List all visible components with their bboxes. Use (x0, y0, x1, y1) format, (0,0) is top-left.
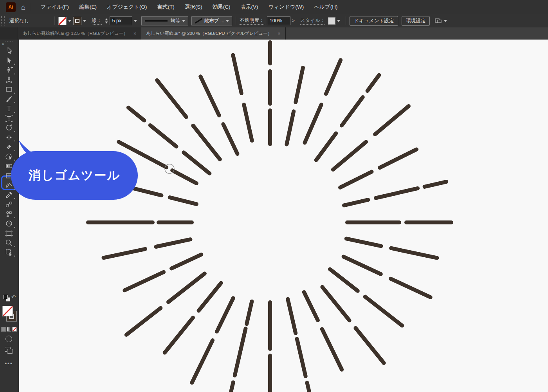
document-canvas[interactable] (19, 40, 548, 392)
dash-segment (247, 302, 252, 324)
tab-title: あしらい罫線解説.ai @ 12.5 %（RGB/プレビュー） (23, 31, 128, 36)
fill-swatch-none[interactable] (58, 17, 67, 25)
selection-status: 選択なし (9, 18, 29, 24)
touch-type-tool[interactable] (0, 114, 18, 123)
style-swatch[interactable] (328, 17, 335, 25)
sub-tools-indicator (14, 226, 15, 228)
gradient-button[interactable] (7, 327, 11, 332)
control-bar-grip[interactable] (1, 16, 5, 25)
dash-segment (322, 329, 342, 369)
dash-segment (316, 134, 336, 160)
dash-segment (288, 299, 296, 333)
chevron-down-icon[interactable] (68, 20, 71, 22)
menu-divider (31, 3, 31, 11)
drawing-mode-button[interactable] (5, 336, 12, 342)
sub-tools-indicator (14, 111, 15, 113)
zoom-icon (5, 238, 13, 247)
menu-effect[interactable]: 効果(C) (207, 0, 236, 14)
selection-tool[interactable] (0, 46, 18, 56)
toolbar: » ↶ ••• (0, 40, 19, 392)
rotate-tool[interactable] (0, 123, 18, 133)
tab-close-icon[interactable]: × (278, 31, 281, 36)
width-profile-select[interactable]: 均等 (141, 16, 188, 25)
tab-close-icon[interactable]: × (133, 31, 137, 36)
starburst (19, 40, 548, 392)
opacity-label[interactable]: 不透明度： (240, 17, 264, 25)
default-stroke-mini-icon (4, 295, 8, 299)
menu-view[interactable]: 表示(V) (235, 0, 263, 14)
stroke-swatch[interactable] (73, 17, 81, 25)
style-label[interactable]: スタイル： (300, 17, 325, 25)
expand-toolbar-icon[interactable]: » (2, 42, 18, 46)
menu-file[interactable]: ファイル(F) (35, 0, 74, 14)
opacity-field[interactable]: 100% (267, 16, 290, 25)
menu-object[interactable]: オブジェクト(O) (102, 0, 152, 14)
preferences-button[interactable]: 環境設定 (402, 16, 430, 26)
menu-select[interactable]: 選択(S) (180, 0, 207, 14)
menu-window[interactable]: ウィンドウ(W) (263, 0, 309, 14)
edit-toolbar-button[interactable]: ••• (0, 360, 18, 367)
stroke-weight-label[interactable]: 線： (92, 17, 102, 25)
chevron-down-icon[interactable] (134, 20, 137, 22)
color-button[interactable] (1, 327, 6, 332)
pen-tool[interactable] (0, 65, 18, 75)
tab-doc-1[interactable]: あしらい罫線解説.ai @ 12.5 %（RGB/プレビュー）× (18, 27, 141, 40)
slice-tool[interactable] (0, 248, 18, 258)
dash-segment (104, 249, 146, 258)
menu-edit[interactable]: 編集(E) (74, 0, 102, 14)
direct-selection-tool[interactable] (0, 56, 18, 66)
dash-segment (192, 340, 213, 383)
curvature-icon (5, 76, 13, 84)
brush-stroke-icon (195, 18, 203, 23)
eyedropper-icon (5, 191, 13, 199)
illustrator-window: Ai ⌂ ファイル(F)編集(E)オブジェクト(O)書式(T)選択(S)効果(C… (0, 0, 548, 392)
document-setup-button[interactable]: ドキュメント設定 (350, 16, 398, 26)
divider (54, 16, 55, 25)
symbol-sprayer-tool[interactable] (0, 210, 18, 219)
opacity-expand-icon[interactable]: > (292, 18, 295, 23)
chevron-down-icon (182, 20, 185, 22)
paintbrush-tool[interactable] (0, 94, 18, 104)
tab-doc-2[interactable]: あしらい罫線.ai* @ 200 %（RGB/CPU ピクセルプレビュー）× (141, 27, 285, 40)
menu-type[interactable]: 書式(T) (152, 0, 179, 14)
stroke-stepper[interactable] (105, 18, 108, 23)
screen-mode-button[interactable] (5, 347, 13, 354)
stroke-ring-icon (75, 19, 79, 23)
default-fill-stroke[interactable]: ↶ (0, 293, 18, 303)
none-button[interactable] (12, 327, 17, 332)
fill-color-box[interactable] (2, 306, 13, 316)
curvature-tool[interactable] (0, 75, 18, 85)
dash-segment (126, 308, 161, 335)
fill-stroke-indicator (0, 306, 18, 325)
menu-help[interactable]: ヘルプ(H) (309, 0, 342, 14)
dash-segment (223, 124, 237, 154)
artboard-tool[interactable] (0, 229, 18, 238)
illustrator-logo[interactable]: Ai (6, 2, 16, 12)
chevron-down-icon[interactable] (83, 20, 86, 22)
graph-tool[interactable] (0, 219, 18, 229)
zoom-tool[interactable] (0, 238, 18, 248)
eyedropper-tool[interactable] (0, 190, 18, 200)
rectangle-tool[interactable] (0, 85, 18, 94)
dash-segment (296, 68, 303, 102)
arrange-documents-icon[interactable] (434, 18, 449, 24)
chevron-down-icon[interactable] (337, 20, 340, 22)
blend-tool[interactable] (0, 200, 18, 210)
stroke-weight-field[interactable]: 5 px (110, 16, 132, 25)
uniform-profile-icon (145, 20, 168, 22)
dash-segment (128, 108, 144, 121)
home-icon[interactable]: ⌂ (21, 4, 25, 11)
dash-segment (297, 339, 306, 376)
dash-segment (124, 272, 164, 291)
swap-fill-stroke-icon[interactable]: ↶ (11, 294, 16, 300)
dash-segment (355, 328, 384, 363)
type-tool[interactable] (0, 104, 18, 114)
brush-icon (5, 95, 13, 103)
dash-segment (199, 283, 221, 311)
rect-icon (5, 85, 13, 94)
brush-definition-select[interactable]: 散布ブ ... (191, 16, 233, 25)
dash-segment (304, 292, 318, 320)
dash-segment (376, 188, 418, 198)
sub-tools-indicator (14, 197, 15, 199)
divider (346, 16, 346, 25)
